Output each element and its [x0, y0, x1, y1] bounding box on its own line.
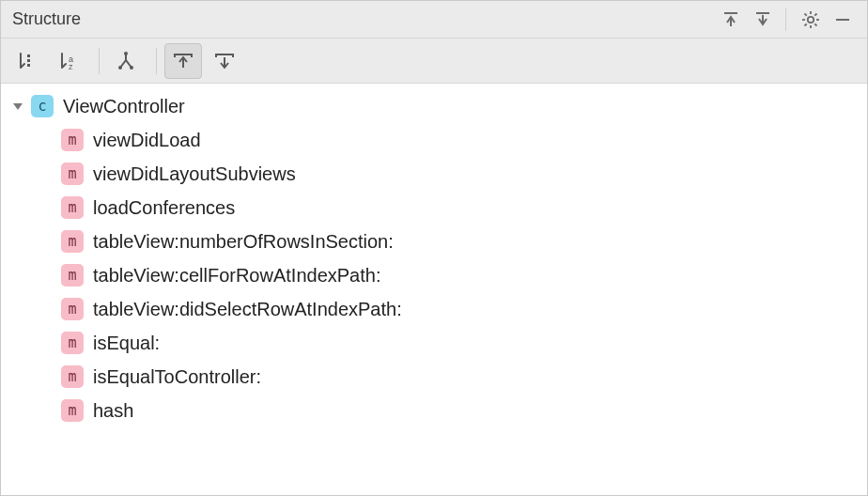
- chevron-down-icon: [12, 101, 23, 112]
- svg-line-10: [814, 23, 816, 25]
- svg-rect-15: [27, 59, 30, 62]
- svg-point-24: [130, 66, 133, 70]
- method-badge-icon: m: [61, 365, 84, 388]
- svg-point-22: [124, 52, 128, 55]
- svg-point-23: [118, 66, 122, 70]
- tree-node-method[interactable]: m hash: [1, 394, 867, 427]
- minimize-icon: [834, 11, 851, 28]
- sort-definition-icon: [17, 51, 38, 71]
- svg-marker-27: [13, 103, 23, 110]
- method-badge-icon: m: [61, 264, 84, 287]
- toolbar: a z: [1, 39, 867, 84]
- svg-line-11: [805, 23, 807, 25]
- svg-line-9: [805, 13, 807, 15]
- tree-node-label: hash: [93, 400, 133, 422]
- method-badge-icon: m: [61, 332, 84, 354]
- sort-alpha-button[interactable]: a z: [50, 43, 87, 79]
- tree-node-method[interactable]: m viewDidLoad: [1, 123, 867, 157]
- collapse-all-button[interactable]: [748, 5, 778, 35]
- method-badge-icon: m: [61, 298, 84, 320]
- tree-node-label: ViewController: [63, 96, 185, 117]
- expand-all-button[interactable]: [716, 5, 746, 35]
- tree-node-method[interactable]: m viewDidLayoutSubviews: [1, 157, 867, 191]
- method-badge-icon: m: [61, 230, 84, 253]
- autoscroll-to-source-button[interactable]: [206, 43, 243, 79]
- tree-node-method[interactable]: m isEqual:: [1, 326, 867, 360]
- panel-title: Structure: [12, 9, 81, 29]
- gear-icon: [801, 10, 820, 29]
- settings-button[interactable]: [796, 5, 826, 35]
- method-badge-icon: m: [61, 129, 84, 151]
- expand-all-icon: [722, 11, 739, 28]
- svg-line-12: [814, 13, 816, 15]
- sort-alpha-icon: a z: [58, 51, 79, 71]
- tree-node-label: isEqual:: [93, 333, 160, 354]
- inherited-icon: [116, 51, 136, 71]
- toolbar-separator-2: [156, 48, 157, 74]
- method-badge-icon: m: [61, 399, 84, 422]
- tree-node-label: loadConferences: [93, 197, 235, 219]
- structure-panel: Structure: [0, 0, 868, 496]
- tree-node-method[interactable]: m tableView:cellForRowAtIndexPath:: [1, 258, 867, 292]
- titlebar: Structure: [1, 1, 867, 39]
- class-badge-icon: c: [31, 95, 54, 117]
- method-badge-icon: m: [61, 196, 84, 219]
- tree-node-label: viewDidLoad: [93, 130, 201, 151]
- method-badge-icon: m: [61, 163, 84, 185]
- svg-rect-16: [27, 64, 30, 67]
- svg-rect-14: [27, 54, 30, 57]
- autoscroll-to-icon: [213, 51, 236, 71]
- tree-node-label: tableView:numberOfRowsInSection:: [93, 231, 394, 253]
- sort-definition-button[interactable]: [8, 43, 46, 79]
- expand-toggle[interactable]: [10, 99, 25, 114]
- tree-node-class[interactable]: c ViewController: [1, 89, 867, 123]
- autoscroll-from-icon: [172, 51, 194, 71]
- tree-node-label: tableView:didSelectRowAtIndexPath:: [93, 299, 402, 320]
- svg-point-4: [808, 16, 814, 22]
- structure-tree[interactable]: c ViewController m viewDidLoad m viewDid…: [1, 84, 867, 495]
- hide-button[interactable]: [828, 5, 858, 35]
- svg-text:z: z: [69, 62, 73, 71]
- tree-node-label: tableView:cellForRowAtIndexPath:: [93, 265, 380, 287]
- show-inherited-button[interactable]: [107, 43, 145, 79]
- tree-node-label: isEqualToController:: [93, 366, 261, 388]
- titlebar-separator: [785, 8, 786, 31]
- tree-node-method[interactable]: m loadConferences: [1, 191, 867, 225]
- tree-node-method[interactable]: m isEqualToController:: [1, 360, 867, 394]
- collapse-all-icon: [754, 11, 771, 28]
- tree-node-method[interactable]: m tableView:didSelectRowAtIndexPath:: [1, 292, 867, 326]
- tree-node-label: viewDidLayoutSubviews: [93, 163, 296, 185]
- autoscroll-from-source-button[interactable]: [164, 43, 202, 79]
- toolbar-separator-1: [99, 48, 100, 74]
- tree-node-method[interactable]: m tableView:numberOfRowsInSection:: [1, 225, 867, 258]
